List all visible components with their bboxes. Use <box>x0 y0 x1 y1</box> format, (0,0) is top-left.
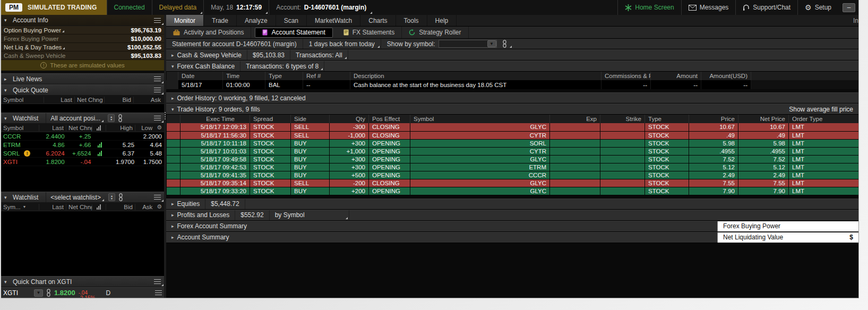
profits-losses-header[interactable]: ▸ Profits and Losses $552.92 by Symbol <box>166 210 858 221</box>
account-info-header[interactable]: ▾ Account Info <box>1 15 164 26</box>
forex-account-summary-title[interactable]: ▸ Forex Account Summary <box>166 221 252 231</box>
col-order-type[interactable]: Order Type <box>789 115 859 123</box>
subtab-fx-statements[interactable]: FX Statements <box>337 27 402 38</box>
menu-icon[interactable] <box>154 76 161 81</box>
tab-monitor[interactable]: Monitor <box>166 15 204 26</box>
col-high[interactable]: High <box>106 125 135 131</box>
col-last[interactable]: Last <box>44 97 74 103</box>
tab-scan[interactable]: Scan <box>276 15 307 26</box>
forex-balance-row[interactable]: 5/18/17 01:00:00 BAL -- Cash balance at … <box>167 80 859 89</box>
tab-marketwatch[interactable]: MarketWatch <box>307 15 360 26</box>
col-symbol-filter[interactable]: Sym...▼ <box>1 204 39 210</box>
col-symbol[interactable]: Symbol <box>1 97 44 103</box>
watchlist1-header[interactable]: ▾ Watchlist All account posi... ▲▼ <box>1 113 164 124</box>
tab-help[interactable]: Help <box>427 15 457 26</box>
minimize-button[interactable]: – <box>843 3 855 12</box>
support-chat-button[interactable]: Support/Chat <box>735 0 797 15</box>
col-low[interactable]: Low <box>135 125 154 131</box>
col-price[interactable]: Price <box>689 115 738 123</box>
col-net-price[interactable]: Net Price <box>738 115 789 123</box>
chart-bars-icon[interactable] <box>93 151 107 156</box>
trade-row[interactable]: 5/18/17 09:42:53STOCKBUY+300OPENINGETRMS… <box>167 163 859 171</box>
trade-row[interactable]: 5/18/17 09:41:35STOCKBUY+500OPENINGCCCRS… <box>167 171 859 179</box>
menu-icon[interactable] <box>154 18 161 23</box>
trade-row[interactable]: 5/18/17 12:09:13STOCKSELL-300CLOSINGGLYC… <box>167 123 859 131</box>
messages-button[interactable]: Messages <box>681 0 736 15</box>
show-average-fill-price-link[interactable]: Show average fill price <box>784 104 858 114</box>
subtab-account-statement[interactable]: Account Statement <box>255 28 332 38</box>
forex-cash-balance-title[interactable]: ▾ Forex Cash Balance <box>166 61 240 71</box>
connection-status[interactable]: Connected <box>107 0 152 15</box>
forex-cash-balance-header[interactable]: ▾ Forex Cash Balance Transactions: 6 typ… <box>166 61 858 72</box>
symbol-cell[interactable]: CCCR <box>1 133 39 140</box>
col-ref[interactable]: Ref # <box>303 72 350 80</box>
forex-transactions-filter[interactable]: Transactions: 6 types of 8 <box>240 61 324 71</box>
subtab-activity-positions[interactable]: Activity and Positions <box>166 27 251 38</box>
watchlist-row[interactable]: SORL ! 6.2024 +.6524 6.37 5.48 <box>1 149 164 158</box>
cash-sweep-title[interactable]: ▸ Cash & Sweep Vehicle <box>166 50 247 60</box>
watchlist1-columns[interactable]: Symbol Last Net Chng High Low ⚙ <box>1 124 164 132</box>
days-back-selector[interactable]: 1 days back from today <box>303 39 381 49</box>
link-icon[interactable] <box>502 40 507 48</box>
quick-quote-columns[interactable]: Symbol Last Net Chng Bid Ask <box>1 96 164 104</box>
trade-history-title[interactable]: ▾ Trade History: 9 orders, 9 fills <box>166 104 265 114</box>
col-chart-icon[interactable] <box>92 204 106 210</box>
col-type[interactable]: Type <box>265 72 303 80</box>
col-pos-effect[interactable]: Pos Effect <box>369 115 410 123</box>
col-net-chng[interactable]: Net Chng <box>66 125 92 131</box>
account-summary-title[interactable]: ▸ Account Summary <box>166 232 235 243</box>
watchlist-row[interactable]: CCCR 2.4400 +.25 2.6000 2.2000 <box>1 132 164 141</box>
profits-losses-title[interactable]: ▸ Profits and Losses <box>166 210 235 220</box>
menu-icon[interactable] <box>154 195 161 200</box>
net-liq-label[interactable]: Net Liq & Day Trades <box>4 44 66 50</box>
home-screen-button[interactable]: Home Screen <box>617 0 681 15</box>
watchlist-row[interactable]: XGTI 1.8200 -.04 1.9700 1.7500 <box>1 158 164 166</box>
col-last[interactable]: Last <box>39 125 66 131</box>
equities-title[interactable]: ▸ Equities <box>166 199 205 209</box>
equities-header[interactable]: ▸ Equities $5,448.72 <box>166 199 858 210</box>
col-strike[interactable]: Strike <box>600 115 645 123</box>
order-history-header[interactable]: ▸ Order History: 0 working, 9 filled, 12… <box>166 92 858 104</box>
col-qty[interactable]: Qty <box>330 115 369 123</box>
col-ask[interactable]: Ask <box>133 97 163 103</box>
setup-button[interactable]: ⚙ Setup <box>797 0 838 15</box>
account-selector[interactable]: Account: D-14607601 (margin) <box>269 0 373 15</box>
col-commissions[interactable]: Commissions & Fees <box>601 72 651 80</box>
watchlist2-header[interactable]: ▾ Watchlist <select watchlist> ▲▼ <box>1 192 164 203</box>
chart-bars-icon[interactable] <box>93 142 107 148</box>
quick-chart-header[interactable]: ▾ Quick Chart on XGTI <box>1 276 164 287</box>
quick-quote-header[interactable]: ▾ Quick Quote <box>1 84 164 96</box>
col-net-chng[interactable]: Net Chng <box>74 97 104 103</box>
trade-row[interactable]: 5/18/17 09:49:58STOCKBUY+300OPENINGGLYCS… <box>167 155 859 163</box>
option-buying-power-label[interactable]: Option Buying Power <box>4 27 65 33</box>
col-symbol[interactable]: Symbol <box>410 115 550 123</box>
tab-charts[interactable]: Charts <box>360 15 396 26</box>
col-amount[interactable]: Amount <box>651 72 701 80</box>
watchlist-row[interactable]: ETRM 4.86 +.66 5.25 4.64 <box>1 141 164 149</box>
col-side[interactable]: Side <box>291 115 330 123</box>
trade-row[interactable]: 5/18/17 11:56:30STOCKSELL-1,000CLOSINGCY… <box>167 131 859 139</box>
spinner-control[interactable]: ▲▼ <box>108 193 115 201</box>
tab-analyze[interactable]: Analyze <box>237 15 276 26</box>
symbol-cell[interactable]: ETRM <box>1 142 39 148</box>
col-amount-usd[interactable]: Amount(USD) <box>701 72 751 80</box>
menu-icon[interactable] <box>155 290 162 295</box>
col-ask[interactable]: Ask <box>135 204 154 210</box>
data-delay-status[interactable]: Delayed data <box>152 0 204 15</box>
col-symbol[interactable]: Symbol <box>1 125 39 131</box>
col-spread[interactable]: Spread <box>250 115 291 123</box>
alert-icon[interactable]: ! <box>24 150 30 157</box>
col-net-chng[interactable]: Net Chng <box>66 204 92 210</box>
order-history-title[interactable]: ▸ Order History: 0 working, 9 filled, 12… <box>166 93 311 103</box>
live-news-header[interactable]: ▸ Live News <box>1 73 164 84</box>
gear-icon[interactable]: ⚙ <box>154 203 164 210</box>
col-exp[interactable]: Exp <box>550 115 600 123</box>
menu-icon[interactable] <box>154 116 161 120</box>
cash-sweep-section-header[interactable]: ▸ Cash & Sweep Vehicle $95,103.83 Transa… <box>166 49 858 61</box>
quick-chart-symbol-input[interactable]: XGTI <box>3 289 31 297</box>
pl-by-symbol-selector[interactable]: by Symbol <box>270 210 349 220</box>
account-summary-header[interactable]: ▸ Account Summary Net Liquidating Value … <box>166 232 858 243</box>
watchlist2-columns[interactable]: Sym...▼ Last Net Chng Bid Ask ⚙ <box>1 203 164 211</box>
spinner-control[interactable]: ▲▼ <box>108 114 115 122</box>
col-exec-time[interactable]: Exec Time <box>181 115 250 123</box>
